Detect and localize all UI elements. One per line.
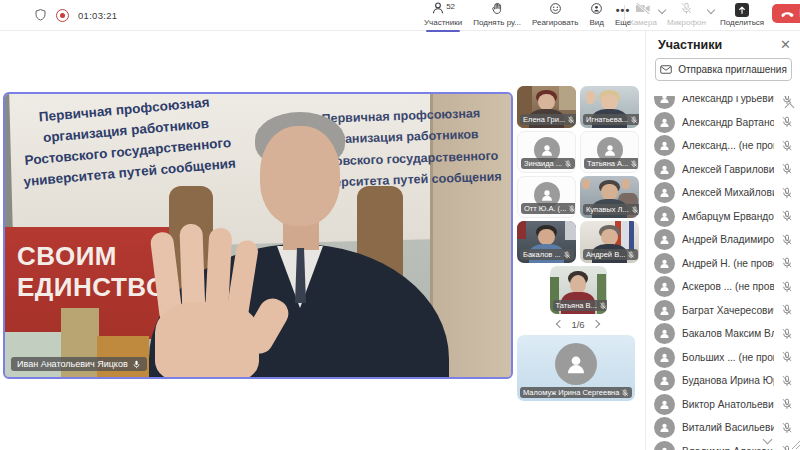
avatar [654,417,675,438]
person-silhouette [601,94,618,111]
avatar [654,229,675,250]
mic-muted-icon [781,304,793,316]
scene-accent [559,86,576,110]
tile-name-chip: Отт Ю.А. (... [521,203,576,214]
video-tile[interactable]: Купавых Л... [580,176,639,218]
pager-prev-icon[interactable] [556,320,564,328]
mic-options-chevron-icon[interactable] [707,6,715,14]
react-button[interactable]: Реагировать [532,0,578,33]
video-tile[interactable]: Игнатьева... [580,86,639,128]
participant-name: Баграт Хачересович Куль... [682,305,774,316]
mic-muted-icon [631,206,639,214]
main-speaker-video[interactable]: Первичная профсоюзнаяорганизация работни… [3,92,513,379]
tile-name-chip: Андрей В... [583,249,638,260]
camera-button[interactable]: Камера [629,0,657,33]
tile-name: Андрей В... [586,250,625,259]
participant-row[interactable]: Буданова Ирина Юрьевна [646,369,800,393]
video-tile[interactable]: Андрей В... [580,221,639,263]
tile-name: Елена Гри... [523,115,565,124]
person-icon [431,1,445,19]
thumbnail-row: Елена Гри...Игнатьева... [517,86,639,128]
participant-row[interactable]: Алексей Михайлович Ля... [646,181,800,205]
invite-button[interactable]: Отправка приглашения [655,58,792,81]
tile-name: Отт Ю.А. (... [524,204,566,213]
leave-button[interactable]: Выйти [772,4,800,23]
person-silhouette [601,184,618,201]
scene-accent [582,179,590,189]
participant-name: Аскеров ... (не проверено) [682,281,774,292]
tile-name-chip: Елена Гри... [520,114,576,125]
recording-indicator-icon [56,9,69,22]
tile-name-chip: Маломуж Ирина Сергеевна [520,387,632,398]
mic-muted-icon [781,140,793,152]
participant-row[interactable]: Амбарцум Ервандович Х... [646,205,800,229]
toolbar: 01:03:21 52 Участники Поднять ру... [0,0,800,31]
resize-grip[interactable] [792,441,800,449]
scene-accent [565,221,576,240]
smiley-icon [549,1,562,19]
video-tile[interactable]: Татьяна В... [550,266,607,314]
avatar [654,182,675,203]
thumbnail-row: Отт Ю.А. (...Купавых Л... [517,176,639,218]
raise-hand-icon [491,1,504,19]
participant-row[interactable]: Аскеров ... (не проверено) [646,275,800,299]
video-tile[interactable]: Зинаида ... [517,131,576,173]
participant-row[interactable]: Бакалов Максим Владим... [646,322,800,346]
tile-name: Купавых Л... [586,205,629,214]
participant-row[interactable]: Андрей Владимирович ... [646,228,800,252]
video-tile[interactable]: Елена Гри... [517,86,576,128]
speaker-name: Иван Анатольевич Яицков [17,359,128,369]
avatar [654,300,675,321]
share-button[interactable]: Поделиться [720,0,764,33]
avatar [654,206,675,227]
tile-name-chip: Татьяна А... [584,158,639,169]
participant-row[interactable]: Владимир Александрови... [646,440,800,450]
tile-name: Маломуж Ирина Сергеевна [523,388,619,397]
mic-muted-icon [564,160,572,168]
video-tile[interactable]: Бакалов ... [517,221,576,263]
meeting-timer: 01:03:21 [78,10,117,21]
security-shield-icon[interactable] [34,8,47,22]
participant-row[interactable]: Баграт Хачересович Куль... [646,299,800,323]
participants-list: Александр Гурьевич БарсовАлександр Варта… [646,96,800,450]
mic-muted-icon [630,116,638,124]
mic-muted-icon [567,116,575,124]
mic-muted-icon [781,234,793,246]
avatar [654,276,675,297]
participant-row[interactable]: Андрей Н. (не проверено) [646,252,800,276]
video-tile[interactable]: Татьяна А... [580,131,639,173]
participant-name: Александр Вартанович Ч... [682,117,774,128]
participant-name: Амбарцум Ервандович Х... [682,211,774,222]
camera-options-chevron-icon[interactable] [658,6,666,14]
mic-muted-icon [781,116,793,128]
view-button[interactable]: Вид [589,0,603,33]
participant-row[interactable]: Алексей Гаврилович Плу... [646,158,800,182]
person-silhouette [538,229,555,246]
tile-name-chip: Зинаида ... [521,158,575,169]
mic-muted-icon [781,281,793,293]
active-tab-underline [426,30,460,32]
video-tile[interactable]: Маломуж Ирина Сергеевна [517,335,635,401]
participant-row[interactable]: Больших ... (не проверено) [646,346,800,370]
tile-name-chip: Купавых Л... [583,204,639,215]
video-tile[interactable]: Отт Ю.А. (... [517,176,576,218]
participants-button[interactable]: 52 Участники [424,0,462,33]
avatar [654,370,675,391]
participant-row[interactable]: Александр Гурьевич Барсов [646,96,800,111]
scene-accent [586,91,595,104]
tile-name: Зинаида ... [524,159,562,168]
participant-name: Андрей Н. (не проверено) [682,258,774,269]
toolbar-right-group: Камера Микрофон Поделиться [620,0,800,30]
participant-name: Буданова Ирина Юрьевна [682,375,774,386]
participant-name: Виталий Васильевич Ша... [682,422,774,433]
close-icon[interactable]: ✕ [780,40,791,50]
pager-next-icon[interactable] [591,320,599,328]
participant-row[interactable]: Александр Вартанович Ч... [646,111,800,135]
participant-row[interactable]: Александ... (не проверено) [646,134,800,158]
toolbar-divider [624,5,625,21]
participant-row[interactable]: Виталий Васильевич Ша... [646,416,800,440]
microphone-button[interactable]: Микрофон [667,0,706,33]
participant-row[interactable]: Виктор Анатольевич Фи... [646,393,800,417]
raise-hand-button[interactable]: Поднять ру... [473,0,521,33]
speaker-name-chip: Иван Анатольевич Яицков [11,357,147,371]
